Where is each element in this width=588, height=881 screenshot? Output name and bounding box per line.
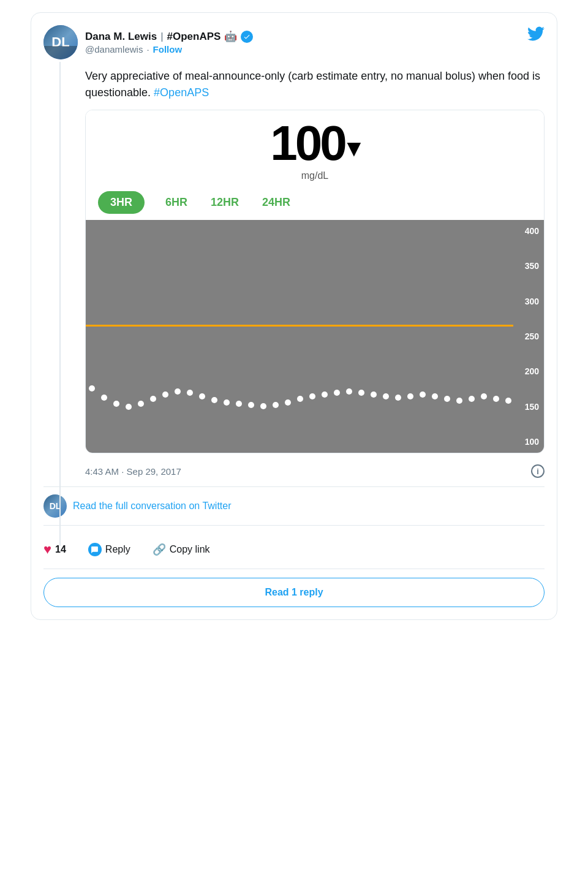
svg-point-26 [407,393,413,399]
tweet-hashtag[interactable]: #OpenAPS [154,86,209,99]
svg-point-25 [395,395,401,401]
tweet-header: DL Dana M. Lewis | #OpenAPS 🤖 @danam [43,25,545,59]
user-handle-row: @danamlewis · Follow [85,44,253,55]
y-label-300: 300 [525,297,539,306]
chart-big-number: 100 [270,119,344,168]
svg-point-0 [89,385,95,391]
chart-y-labels: 400 350 300 250 200 150 100 [525,220,539,453]
svg-point-34 [505,398,511,404]
like-action[interactable]: ♥ 14 [43,539,74,560]
svg-point-20 [334,390,340,396]
heart-icon: ♥ [43,542,51,558]
time-range-24hr-button[interactable]: 24HR [260,191,293,214]
y-label-200: 200 [525,366,539,376]
svg-point-2 [113,401,119,407]
svg-point-18 [309,393,315,399]
svg-point-17 [297,396,303,402]
header-left: DL Dana M. Lewis | #OpenAPS 🤖 @danam [43,25,253,59]
y-label-400: 400 [525,226,539,236]
svg-point-19 [322,391,328,398]
separator: | [160,31,163,43]
chart-value-row: 100 ▾ [86,110,544,170]
tweet-timestamp: 4:43 AM · Sep 29, 2017 [85,466,181,477]
svg-point-21 [346,388,352,395]
svg-point-1 [101,395,107,401]
user-hashtag: #OpenAPS [167,31,221,43]
chart-unit: mg/dL [86,170,544,185]
svg-point-28 [432,393,438,399]
avatar[interactable]: DL [43,25,78,59]
user-name-row: Dana M. Lewis | #OpenAPS 🤖 [85,30,253,43]
svg-point-30 [456,398,462,404]
read-reply-button[interactable]: Read 1 reply [43,578,545,607]
copy-link-label: Copy link [170,544,210,555]
svg-point-23 [371,391,377,398]
svg-point-24 [383,393,389,399]
svg-point-27 [420,391,426,398]
svg-point-22 [358,390,364,396]
copy-link-action[interactable]: 🔗 Copy link [153,540,217,559]
time-range-6hr-button[interactable]: 6HR [163,191,190,214]
avatar-image: DL [43,25,78,59]
read-conversation-link[interactable]: Read the full conversation on Twitter [73,501,232,512]
reply-label: Reply [105,544,130,555]
reply-bubble-icon [88,543,102,556]
svg-point-12 [236,401,242,407]
robot-emoji-icon: 🤖 [224,30,237,43]
follow-button[interactable]: Follow [153,44,183,55]
y-label-250: 250 [525,331,539,341]
svg-point-14 [260,403,266,409]
glucose-dots-chart [86,355,514,453]
y-label-350: 350 [525,261,539,271]
dot-separator: · [146,44,149,55]
time-range-row: 3HR 6HR 12HR 24HR [86,185,544,220]
svg-point-15 [273,402,279,408]
tweet-card: DL Dana M. Lewis | #OpenAPS 🤖 @danam [31,12,557,620]
target-line [86,325,513,327]
user-handle: @danamlewis [85,44,143,55]
svg-point-32 [481,393,487,399]
chart-area: 400 350 300 250 200 150 100 [86,220,544,453]
svg-point-4 [138,401,144,407]
svg-point-11 [224,399,230,406]
timestamp-row: 4:43 AM · Sep 29, 2017 i [85,462,545,478]
svg-point-9 [199,393,205,399]
info-icon[interactable]: i [531,464,545,478]
svg-point-31 [469,396,475,402]
verified-icon [241,31,253,43]
svg-point-6 [162,391,168,398]
svg-point-7 [175,388,181,395]
actions-row: ♥ 14 Reply 🔗 Copy link [43,534,545,569]
time-range-3hr-button[interactable]: 3HR [98,191,145,214]
y-label-150: 150 [525,402,539,412]
twitter-logo-icon [527,25,545,45]
svg-point-5 [150,396,156,402]
chart-container: 100 ▾ mg/dL 3HR 6HR 12HR 24HR 400 350 30… [85,110,545,453]
time-range-12hr-button[interactable]: 12HR [208,191,241,214]
thread-line [59,62,61,546]
user-info: Dana M. Lewis | #OpenAPS 🤖 @danamlewis ·… [85,30,253,55]
svg-point-10 [211,397,217,403]
y-label-100: 100 [525,437,539,447]
user-name: Dana M. Lewis [85,31,157,43]
small-avatar: DL [43,494,67,518]
read-conversation-row: DL Read the full conversation on Twitter [43,486,545,526]
svg-point-29 [444,396,450,402]
chain-link-icon: 🔗 [153,543,166,556]
svg-point-13 [248,402,254,408]
svg-point-8 [187,390,193,396]
tweet-content: Very appreciative of meal-announce-only … [85,68,545,101]
svg-point-3 [126,404,132,410]
svg-point-16 [285,399,291,406]
svg-point-33 [493,396,499,402]
reply-action[interactable]: Reply [88,540,138,559]
chart-arrow-icon: ▾ [347,134,360,162]
